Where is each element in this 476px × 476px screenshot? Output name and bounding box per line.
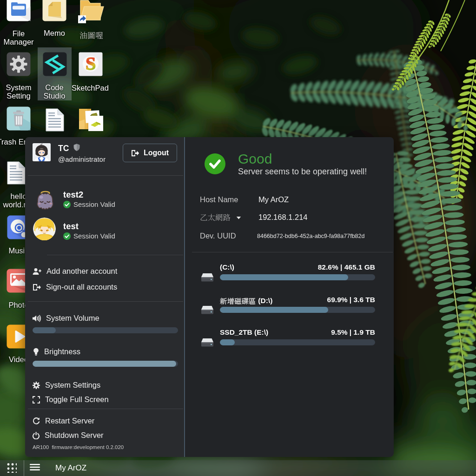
svg-text:S: S <box>86 53 96 74</box>
